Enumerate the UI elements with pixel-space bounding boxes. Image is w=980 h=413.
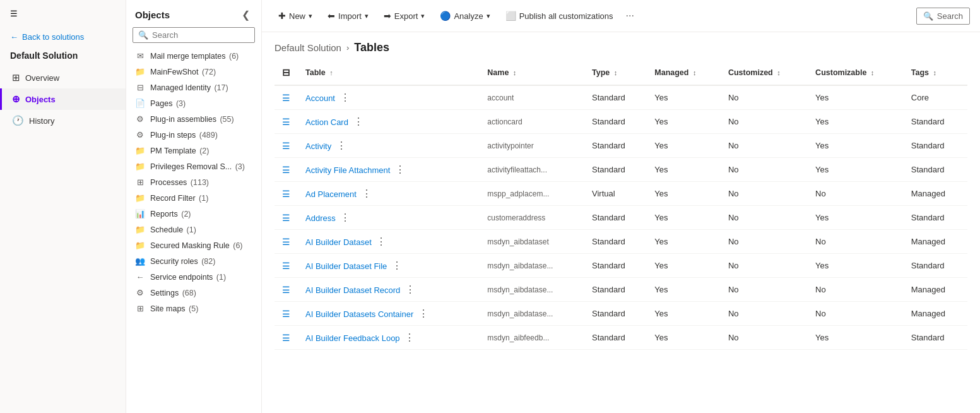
row-table-name[interactable]: Address ⋮ bbox=[298, 206, 480, 230]
objects-icon: ⊕ bbox=[12, 93, 20, 105]
col-sort-type: ↕ bbox=[614, 69, 618, 76]
col-sort-managed: ↕ bbox=[693, 69, 697, 76]
objects-list-item[interactable]: 📁 MainFewShot (72) bbox=[126, 64, 261, 80]
objects-search-input[interactable] bbox=[152, 30, 249, 40]
row-checkbox-cell[interactable]: ☰ bbox=[275, 302, 298, 326]
objects-list-item[interactable]: 📁 PM Template (2) bbox=[126, 143, 261, 159]
export-button[interactable]: ➡ Export ▾ bbox=[377, 7, 432, 25]
row-tags: Managed bbox=[904, 302, 967, 326]
toolbar-search-button[interactable]: 🔍 Search bbox=[916, 8, 970, 25]
objects-list-item[interactable]: ⚙ Plug-in assemblies (55) bbox=[126, 111, 261, 127]
row-table-name[interactable]: Activity File Attachment ⋮ bbox=[298, 158, 480, 182]
table-row[interactable]: ☰ Activity ⋮ activitypointer Standard Ye… bbox=[275, 134, 967, 158]
col-customized[interactable]: Customized ↕ bbox=[721, 61, 808, 85]
import-button[interactable]: ⬅ Import ▾ bbox=[321, 7, 375, 25]
sidebar-item-history[interactable]: 🕐 History bbox=[0, 110, 126, 131]
row-context-menu[interactable]: ⋮ bbox=[334, 140, 349, 151]
sidebar-item-overview[interactable]: ⊞ Overview bbox=[0, 67, 126, 88]
more-options-button[interactable]: ··· bbox=[622, 6, 638, 25]
table-row[interactable]: ☰ Action Card ⋮ actioncard Standard Yes … bbox=[275, 110, 967, 134]
row-context-menu[interactable]: ⋮ bbox=[416, 308, 431, 319]
row-checkbox-cell[interactable]: ☰ bbox=[275, 110, 298, 134]
row-context-menu[interactable]: ⋮ bbox=[338, 212, 353, 223]
table-row[interactable]: ☰ Address ⋮ customeraddress Standard Yes… bbox=[275, 206, 967, 230]
table-row[interactable]: ☰ Activity File Attachment ⋮ activityfil… bbox=[275, 158, 967, 182]
objects-list-item[interactable]: ← Service endpoints (1) bbox=[126, 269, 261, 285]
obj-type-icon: ⚙ bbox=[135, 130, 145, 140]
collapse-panel-button[interactable]: ❮ bbox=[239, 8, 252, 22]
objects-list-item[interactable]: 📄 Pages (3) bbox=[126, 95, 261, 111]
obj-type-icon: ⚙ bbox=[135, 288, 145, 297]
row-checkbox-cell[interactable]: ☰ bbox=[275, 134, 298, 158]
col-sort-tags: ↕ bbox=[933, 69, 937, 76]
table-row[interactable]: ☰ AI Builder Dataset File ⋮ msdyn_aibdat… bbox=[275, 254, 967, 278]
objects-search-box[interactable]: 🔍 bbox=[133, 27, 255, 43]
objects-list-item[interactable]: 📁 Schedule (1) bbox=[126, 222, 261, 237]
analyze-button[interactable]: 🔵 Analyze ▾ bbox=[434, 7, 496, 25]
row-checkbox-cell[interactable]: ☰ bbox=[275, 85, 298, 110]
table-row[interactable]: ☰ AI Builder Dataset Record ⋮ msdyn_aibd… bbox=[275, 278, 967, 302]
back-to-solutions-link[interactable]: ← Back to solutions bbox=[0, 27, 126, 47]
row-table-name[interactable]: AI Builder Dataset ⋮ bbox=[298, 230, 480, 254]
col-customizable[interactable]: Customizable ↕ bbox=[808, 61, 904, 85]
objects-list-item[interactable]: ⚙ Settings (68) bbox=[126, 285, 261, 301]
objects-list: ✉ Mail merge templates (6)📁 MainFewShot … bbox=[126, 48, 261, 413]
sidebar-item-objects[interactable]: ⊕ Objects bbox=[0, 88, 126, 110]
table-row[interactable]: ☰ Ad Placement ⋮ mspp_adplacem... Virtua… bbox=[275, 182, 967, 206]
row-checkbox-cell[interactable]: ☰ bbox=[275, 230, 298, 254]
objects-list-item[interactable]: ⊞ Processes (113) bbox=[126, 174, 261, 190]
table-row[interactable]: ☰ AI Builder Feedback Loop ⋮ msdyn_aibfe… bbox=[275, 326, 967, 350]
objects-list-item[interactable]: ✉ Mail merge templates (6) bbox=[126, 48, 261, 64]
row-table-name[interactable]: AI Builder Feedback Loop ⋮ bbox=[298, 326, 480, 350]
row-context-menu[interactable]: ⋮ bbox=[393, 164, 408, 175]
row-table-name[interactable]: Action Card ⋮ bbox=[298, 110, 480, 134]
breadcrumb-parent[interactable]: Default Solution bbox=[275, 42, 341, 53]
row-context-menu[interactable]: ⋮ bbox=[351, 116, 366, 127]
publish-button[interactable]: ⬜ Publish all customizations bbox=[499, 7, 620, 25]
table-row[interactable]: ☰ Account ⋮ account Standard Yes No Yes … bbox=[275, 85, 967, 110]
obj-type-icon: 📁 bbox=[135, 241, 145, 250]
row-checkbox-cell[interactable]: ☰ bbox=[275, 206, 298, 230]
row-context-menu[interactable]: ⋮ bbox=[402, 332, 417, 343]
objects-list-item[interactable]: 📁 Record Filter (1) bbox=[126, 190, 261, 206]
col-tags[interactable]: Tags ↕ bbox=[904, 61, 967, 85]
row-table-name[interactable]: Ad Placement ⋮ bbox=[298, 182, 480, 206]
row-context-menu[interactable]: ⋮ bbox=[389, 260, 404, 271]
objects-list-item[interactable]: ⚙ Plug-in steps (489) bbox=[126, 127, 261, 143]
col-managed[interactable]: Managed ↕ bbox=[647, 61, 721, 85]
objects-list-item[interactable]: 📁 Privileges Removal S... (3) bbox=[126, 159, 261, 174]
row-context-menu[interactable]: ⋮ bbox=[338, 92, 353, 103]
select-all-col[interactable]: ⊟ bbox=[275, 61, 298, 85]
row-context-menu[interactable]: ⋮ bbox=[403, 284, 418, 295]
new-button[interactable]: ✚ New ▾ bbox=[272, 7, 319, 25]
row-checkbox-cell[interactable]: ☰ bbox=[275, 254, 298, 278]
row-checkbox-cell[interactable]: ☰ bbox=[275, 278, 298, 302]
col-type[interactable]: Type ↕ bbox=[584, 61, 647, 85]
row-managed: Yes bbox=[647, 206, 721, 230]
row-type: Standard bbox=[584, 85, 647, 110]
row-context-menu[interactable]: ⋮ bbox=[374, 236, 389, 247]
row-table-name[interactable]: AI Builder Datasets Container ⋮ bbox=[298, 302, 480, 326]
objects-list-item[interactable]: ⊟ Managed Identity (17) bbox=[126, 80, 261, 95]
row-table-name[interactable]: Account ⋮ bbox=[298, 85, 480, 110]
row-checkbox-cell[interactable]: ☰ bbox=[275, 326, 298, 350]
table-row[interactable]: ☰ AI Builder Datasets Container ⋮ msdyn_… bbox=[275, 302, 967, 326]
row-name: customeraddress bbox=[480, 206, 584, 230]
row-type: Standard bbox=[584, 230, 647, 254]
col-name[interactable]: Name ↕ bbox=[480, 61, 584, 85]
row-checkbox-cell[interactable]: ☰ bbox=[275, 182, 298, 206]
row-table-name[interactable]: AI Builder Dataset Record ⋮ bbox=[298, 278, 480, 302]
row-table-name[interactable]: Activity ⋮ bbox=[298, 134, 480, 158]
objects-list-item[interactable]: 📊 Reports (2) bbox=[126, 206, 261, 222]
objects-list-item[interactable]: ⊞ Site maps (5) bbox=[126, 301, 261, 316]
table-row-icon: ☰ bbox=[282, 237, 290, 247]
hamburger-icon[interactable]: ☰ bbox=[0, 0, 126, 27]
table-row[interactable]: ☰ AI Builder Dataset ⋮ msdyn_aibdataset … bbox=[275, 230, 967, 254]
row-table-name[interactable]: AI Builder Dataset File ⋮ bbox=[298, 254, 480, 278]
row-context-menu[interactable]: ⋮ bbox=[359, 188, 374, 199]
row-customizable: Yes bbox=[808, 85, 904, 110]
objects-list-item[interactable]: 👥 Security roles (82) bbox=[126, 253, 261, 269]
objects-list-item[interactable]: 📁 Secured Masking Rule (6) bbox=[126, 237, 261, 253]
col-table[interactable]: Table ↑ bbox=[298, 61, 480, 85]
row-checkbox-cell[interactable]: ☰ bbox=[275, 158, 298, 182]
